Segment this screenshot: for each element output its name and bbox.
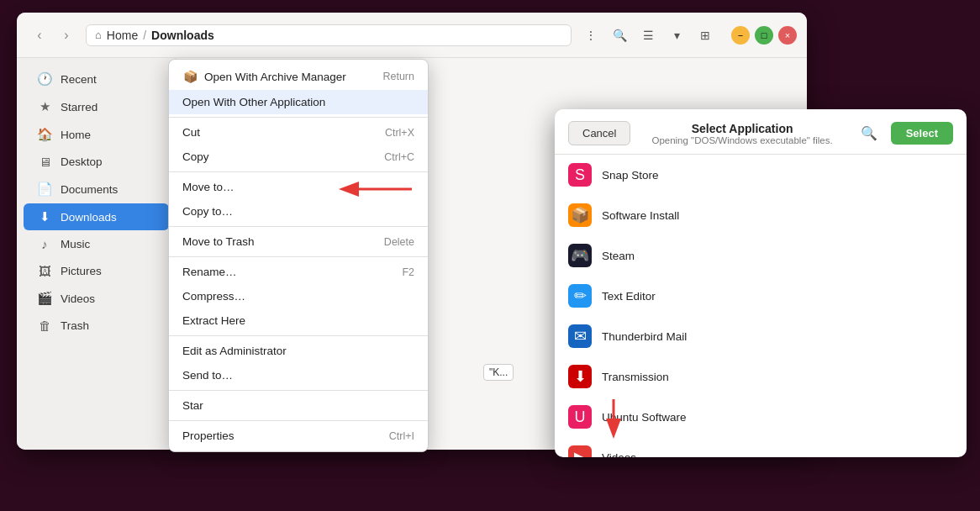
sidebar-label-starred: Starred <box>61 101 97 113</box>
ctx-label: Move to Trash <box>182 235 255 248</box>
sidebar-item-desktop[interactable]: 🖥 Desktop <box>24 149 169 175</box>
ctx-label: Move to… <box>182 181 234 193</box>
ctx-item-star[interactable]: Star <box>169 393 428 418</box>
sidebar-label-music: Music <box>61 238 90 250</box>
shortcut: Delete <box>384 236 414 248</box>
ctx-label: Send to… <box>182 369 233 382</box>
minimize-button[interactable]: − <box>731 26 750 45</box>
app-icon-thunderbird: ✉ <box>568 324 592 348</box>
app-item-snap-store[interactable]: S Snap Store <box>555 155 967 195</box>
ctx-item-move-trash[interactable]: Move to TrashDelete <box>169 229 428 254</box>
app-icon-transmission: ⬇ <box>568 365 592 388</box>
breadcrumb-current: Downloads <box>151 29 214 42</box>
ctx-item-open-archive[interactable]: 📦Open With Archive ManagerReturn <box>169 63 428 90</box>
app-icon-ubuntu-software: U <box>568 405 592 429</box>
ctx-label: Star <box>182 399 203 412</box>
sidebar-item-documents[interactable]: 📄 Documents <box>24 176 169 203</box>
ctx-item-copy[interactable]: CopyCtrl+C <box>169 145 428 169</box>
ctx-item-edit-admin[interactable]: Edit as Administrator <box>169 339 428 363</box>
view-options-button[interactable]: ▾ <box>664 23 689 48</box>
ctx-label: Cut <box>182 126 200 139</box>
videos-icon: 🎬 <box>37 291 52 306</box>
sidebar-label-documents: Documents <box>61 183 118 196</box>
ctx-label: Copy <box>182 150 209 163</box>
grid-view-button[interactable]: ⊞ <box>693 23 718 48</box>
ctx-label: Extract Here <box>182 314 245 327</box>
menu-button[interactable]: ⋮ <box>578 23 603 48</box>
maximize-button[interactable]: □ <box>755 26 773 45</box>
sidebar-item-videos[interactable]: 🎬 Videos <box>24 285 169 312</box>
separator <box>169 335 428 336</box>
sidebar-item-downloads[interactable]: ⬇ Downloads <box>24 203 169 230</box>
sidebar-item-starred[interactable]: ★ Starred <box>24 93 169 120</box>
desktop-icon: 🖥 <box>37 155 52 169</box>
ctx-item-send-to[interactable]: Send to… <box>169 363 428 387</box>
search-button[interactable]: 🔍 <box>607 23 632 48</box>
dialog-header: Cancel Select Application Opening "DOS/W… <box>555 109 967 155</box>
app-icon-steam: 🎮 <box>568 244 592 267</box>
ctx-label: Open With Other Application <box>182 96 325 108</box>
list-view-button[interactable]: ☰ <box>635 23 661 48</box>
dialog-title: Select Application <box>637 122 846 135</box>
app-item-software-install[interactable]: 📦 Software Install <box>555 195 967 235</box>
app-label-text-editor: Text Editor <box>602 290 656 303</box>
app-item-ubuntu-software[interactable]: U Ubuntu Software <box>555 397 967 437</box>
separator <box>169 420 428 421</box>
separator <box>169 171 428 172</box>
select-button[interactable]: Select <box>891 122 953 145</box>
back-button[interactable]: ‹ <box>27 23 52 48</box>
separator <box>169 226 428 227</box>
app-item-videos[interactable]: ▶ Videos <box>555 437 967 457</box>
home-icon: 🏠 <box>37 127 52 142</box>
ctx-item-compress[interactable]: Compress… <box>169 284 428 308</box>
ctx-item-open-other[interactable]: Open With Other Application <box>169 90 428 114</box>
sidebar-item-recent[interactable]: 🕐 Recent <box>24 66 169 92</box>
app-item-thunderbird[interactable]: ✉ Thunderbird Mail <box>555 316 967 356</box>
ctx-label: Properties <box>182 429 234 442</box>
ctx-item-rename[interactable]: Rename…F2 <box>169 260 428 284</box>
close-button[interactable]: × <box>778 26 797 45</box>
sidebar-label-pictures: Pictures <box>61 265 102 277</box>
sidebar-item-trash[interactable]: 🗑 Trash <box>24 313 169 339</box>
shortcut: Ctrl+I <box>389 430 414 442</box>
app-icon-videos: ▶ <box>568 445 592 457</box>
ctx-label: Compress… <box>182 290 245 303</box>
home-icon: ⌂ <box>95 29 102 41</box>
dialog-search-button[interactable]: 🔍 <box>854 122 884 145</box>
breadcrumb-home[interactable]: Home <box>107 29 138 42</box>
ctx-label: Open With Archive Manager <box>204 71 346 83</box>
ctx-label: Rename… <box>182 266 237 278</box>
shortcut: Ctrl+X <box>385 127 414 139</box>
separator <box>169 117 428 118</box>
ctx-item-properties[interactable]: PropertiesCtrl+I <box>169 424 428 448</box>
sidebar: 🕐 Recent★ Starred🏠 Home🖥 Desktop📄 Docume… <box>17 58 177 450</box>
app-label-software-install: Software Install <box>602 209 679 222</box>
app-item-text-editor[interactable]: ✏ Text Editor <box>555 276 967 316</box>
app-item-steam[interactable]: 🎮 Steam <box>555 235 967 276</box>
ctx-item-extract[interactable]: Extract Here <box>169 308 428 333</box>
sidebar-label-recent: Recent <box>61 73 97 86</box>
cancel-button[interactable]: Cancel <box>568 121 630 145</box>
sidebar-item-pictures[interactable]: 🖼 Pictures <box>24 258 169 284</box>
app-list: S Snap Store 📦 Software Install 🎮 Steam … <box>555 155 967 457</box>
app-icon-software-install: 📦 <box>568 203 592 227</box>
dialog-subtitle: Opening "DOS/Windows executable" files. <box>637 135 846 145</box>
ctx-item-cut[interactable]: CutCtrl+X <box>169 120 428 145</box>
file-tooltip: "K... <box>483 364 514 381</box>
shortcut: Ctrl+C <box>384 151 414 163</box>
app-label-transmission: Transmission <box>602 371 669 383</box>
forward-button[interactable]: › <box>54 23 79 48</box>
sidebar-item-music[interactable]: ♪ Music <box>24 231 169 257</box>
app-label-steam: Steam <box>602 250 635 262</box>
app-label-videos: Videos <box>602 451 636 458</box>
sidebar-item-home[interactable]: 🏠 Home <box>24 121 169 148</box>
pictures-icon: 🖼 <box>37 264 52 278</box>
ctx-item-copy-to[interactable]: Copy to… <box>169 199 428 224</box>
ctx-item-move-to[interactable]: Move to… <box>169 175 428 199</box>
title-bar: ‹ › ⌂ Home / Downloads ⋮ 🔍 ☰ ▾ ⊞ − □ × <box>17 13 807 58</box>
app-label-ubuntu-software: Ubuntu Software <box>602 411 687 424</box>
documents-icon: 📄 <box>37 182 52 197</box>
sidebar-label-trash: Trash <box>61 319 89 332</box>
recent-icon: 🕐 <box>37 71 52 87</box>
app-item-transmission[interactable]: ⬇ Transmission <box>555 356 967 397</box>
